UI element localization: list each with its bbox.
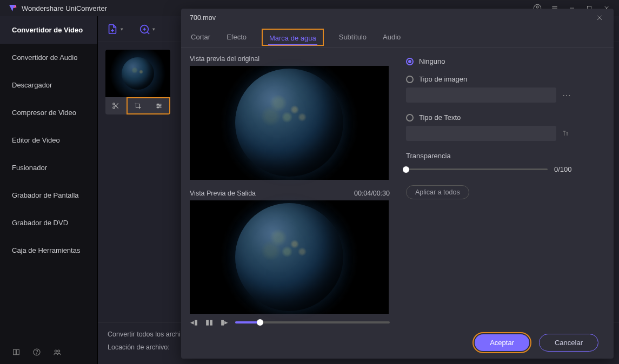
preview-column: Vista previa del original Vista Previa d… (190, 55, 390, 326)
chevron-down-icon: ▾ (152, 26, 155, 32)
original-preview-label: Vista previa del original (190, 55, 390, 63)
next-frame-icon[interactable]: ▮▸ (220, 318, 229, 326)
sidebar-item-video-compressor[interactable]: Compresor de Video (0, 99, 97, 126)
sidebar-item-toolbox[interactable]: Caja de Herramientas (0, 237, 97, 264)
sidebar-item-screen-recorder[interactable]: Grabador de Pantalla (0, 181, 97, 209)
highlighted-edit-group (127, 97, 170, 114)
community-icon[interactable] (53, 348, 62, 356)
modal-filename: 700.mov (190, 14, 216, 22)
edit-modal: 700.mov Cortar Efecto Marca de agua Subt… (181, 9, 614, 359)
close-icon[interactable] (594, 12, 605, 23)
add-url-button[interactable]: ▾ (138, 23, 155, 35)
tab-subtitle[interactable]: Subtítulo (338, 31, 368, 43)
transparency-label: Transparencia (406, 152, 605, 160)
logo-icon (8, 3, 17, 13)
highlighted-tab-wrapper: Marca de agua (262, 29, 324, 46)
pause-icon[interactable]: ▮▮ (205, 318, 214, 326)
effects-icon[interactable] (148, 98, 169, 113)
guide-icon[interactable] (12, 348, 21, 356)
svg-point-27 (159, 105, 160, 106)
option-image-label: Tipo de imagen (419, 75, 467, 83)
image-path-input[interactable] (406, 87, 556, 103)
radio-text[interactable] (406, 114, 414, 122)
sidebar-item-merger[interactable]: Fusionador (0, 154, 97, 181)
svg-point-20 (113, 107, 115, 109)
svg-point-10 (36, 354, 37, 354)
text-style-icon[interactable] (561, 129, 573, 138)
watermark-options: Ninguno Tipo de imagen ⋯ Tipo de Texto (406, 55, 605, 326)
output-preview (190, 200, 389, 314)
sidebar-item-video-converter[interactable]: Convertidor de Video (0, 16, 97, 44)
accept-button[interactable]: Aceptar (475, 334, 529, 351)
svg-point-12 (58, 350, 60, 352)
highlighted-accept-wrapper: Aceptar (472, 332, 531, 353)
add-file-button[interactable]: ▾ (107, 23, 123, 35)
option-text-label: Tipo de Texto (419, 113, 461, 122)
modal-footer: Aceptar Cancelar (181, 326, 614, 359)
chevron-down-icon: ▾ (121, 26, 123, 32)
app-logo: Wondershare UniConverter (8, 3, 107, 13)
svg-point-1 (536, 6, 538, 8)
option-none-label: Ninguno (419, 57, 445, 65)
sidebar-item-dvd-burner[interactable]: Grabador de DVD (0, 209, 97, 237)
output-preview-label: Vista Previa de Salida (190, 190, 256, 197)
original-preview (190, 66, 389, 180)
playback-slider[interactable] (235, 321, 390, 323)
cut-icon[interactable] (105, 97, 127, 114)
crop-icon[interactable] (128, 98, 149, 113)
transparency-value: 0/100 (554, 165, 572, 173)
prev-frame-icon[interactable]: ◂▮ (190, 318, 198, 326)
tab-watermark[interactable]: Marca de agua (268, 32, 317, 45)
sidebar-item-audio-converter[interactable]: Convertidor de Audio (0, 44, 97, 71)
svg-line-16 (148, 32, 150, 34)
svg-point-11 (55, 350, 57, 352)
browse-image-icon[interactable]: ⋯ (561, 90, 573, 100)
thumbnail-preview (105, 50, 170, 97)
time-display: 00:04/00:30 (354, 190, 390, 197)
tab-audio[interactable]: Audio (382, 31, 402, 43)
cancel-button[interactable]: Cancelar (539, 334, 598, 352)
help-icon[interactable] (32, 348, 41, 356)
tab-effect[interactable]: Efecto (225, 31, 248, 43)
apply-all-button[interactable]: Aplicar a todos (406, 185, 469, 199)
svg-point-28 (157, 107, 158, 108)
svg-point-26 (157, 104, 158, 105)
file-thumbnail[interactable] (105, 50, 170, 114)
sidebar: Convertidor de Video Convertidor de Audi… (0, 16, 98, 364)
sidebar-item-video-editor[interactable]: Editor de Video (0, 126, 97, 154)
tab-cut[interactable]: Cortar (190, 31, 211, 43)
app-title: Wondershare UniConverter (22, 4, 107, 12)
radio-image[interactable] (406, 76, 414, 83)
transparency-slider[interactable] (406, 168, 548, 170)
sidebar-item-downloader[interactable]: Descargador (0, 71, 97, 99)
svg-point-19 (113, 103, 115, 105)
player-controls: ◂▮ ▮▮ ▮▸ (190, 316, 390, 326)
radio-none[interactable] (406, 58, 414, 65)
text-input[interactable] (406, 126, 556, 141)
modal-tabs: Cortar Efecto Marca de agua Subtítulo Au… (181, 27, 614, 48)
